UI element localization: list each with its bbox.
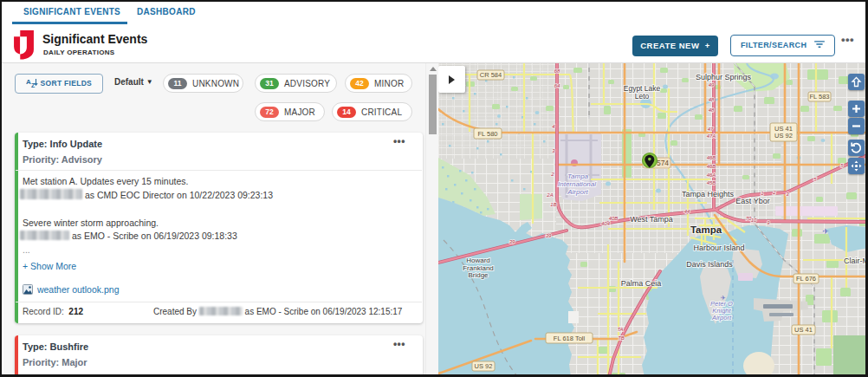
svg-text:US 92: US 92	[475, 362, 493, 370]
svg-text:Tampa: Tampa	[690, 224, 722, 235]
svg-text:US 92: US 92	[774, 132, 793, 140]
svg-text:Bridge: Bridge	[468, 271, 489, 279]
svg-text:Z: Z	[31, 82, 36, 88]
svg-text:CR 584: CR 584	[480, 71, 502, 79]
svg-text:49: 49	[709, 82, 715, 88]
svg-text:Tampa Heights: Tampa Heights	[682, 190, 735, 198]
svg-text:✈: ✈	[721, 295, 726, 301]
svg-text:2: 2	[550, 172, 554, 177]
svg-text:64: 64	[554, 83, 560, 88]
svg-text:FL 618 Toll: FL 618 Toll	[554, 335, 586, 342]
svg-text:TB: TB	[618, 335, 625, 341]
svg-text:East Ybor: East Ybor	[735, 197, 769, 205]
svg-text:Leto: Leto	[635, 92, 650, 101]
svg-text:47A: 47A	[707, 133, 716, 139]
svg-text:2: 2	[772, 190, 776, 195]
svg-text:1B: 1B	[550, 202, 556, 207]
svg-text:Tampa: Tampa	[567, 172, 589, 180]
svg-text:TA: TA	[617, 327, 623, 332]
svg-text:46A: 46A	[707, 172, 716, 178]
svg-text:47: 47	[708, 127, 714, 132]
svg-text:Airport: Airport	[711, 314, 732, 322]
svg-text:Airport: Airport	[567, 188, 588, 196]
svg-text:70: 70	[746, 216, 752, 221]
svg-text:West Tampa: West Tampa	[630, 215, 673, 224]
svg-text:2A: 2A	[546, 192, 553, 198]
svg-text:FL 676: FL 676	[796, 275, 816, 283]
svg-text:48: 48	[709, 107, 715, 113]
svg-text:✈: ✈	[822, 227, 829, 236]
svg-text:1: 1	[761, 191, 763, 196]
svg-text:40B: 40B	[609, 216, 619, 221]
svg-text:Howard: Howard	[466, 257, 490, 264]
svg-text:Sulphur Springs: Sulphur Springs	[696, 73, 752, 81]
svg-text:46B: 46B	[707, 164, 716, 169]
svg-text:Davis Islands: Davis Islands	[686, 260, 733, 269]
svg-text:46B: 46B	[707, 155, 716, 160]
svg-text:39: 39	[546, 233, 552, 238]
svg-text:574: 574	[657, 159, 669, 167]
svg-text:48: 48	[709, 97, 715, 102]
svg-text:Harbour Island: Harbour Island	[693, 244, 744, 252]
svg-text:44: 44	[684, 209, 690, 214]
svg-text:Palma Ceia: Palma Ceia	[621, 279, 662, 288]
svg-text:10: 10	[751, 218, 757, 223]
svg-text:39: 39	[509, 239, 515, 244]
svg-text:FL 583: FL 583	[809, 93, 829, 101]
svg-text:FL 580: FL 580	[477, 130, 497, 138]
svg-text:45B: 45B	[707, 180, 716, 185]
svg-text:404: 404	[601, 221, 611, 226]
svg-text:Clair-Me: Clair-Me	[844, 257, 867, 265]
svg-text:68: 68	[554, 68, 560, 74]
svg-text:International: International	[558, 180, 596, 188]
svg-text:US 41: US 41	[794, 326, 813, 334]
